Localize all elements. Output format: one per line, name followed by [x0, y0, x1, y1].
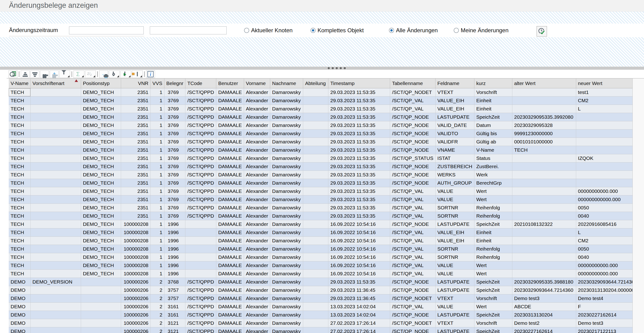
- radio-meine-änderungen[interactable]: Meine Änderungen: [454, 24, 508, 37]
- table-cell[interactable]: /SCT/QP_NODE: [390, 286, 435, 294]
- table-cell[interactable]: 1996: [164, 228, 186, 237]
- print-button[interactable]: [99, 70, 108, 78]
- table-cell[interactable]: DAMAALE: [216, 286, 244, 294]
- table-cell[interactable]: 1: [150, 121, 164, 130]
- table-cell[interactable]: 1: [150, 245, 164, 253]
- table-cell[interactable]: [303, 179, 328, 187]
- table-cell[interactable]: SORTNR: [435, 204, 474, 212]
- table-cell[interactable]: [512, 105, 576, 113]
- table-cell[interactable]: /SCT/QP_VAL: [390, 204, 435, 212]
- table-cell[interactable]: [303, 262, 328, 270]
- table-cell[interactable]: [512, 171, 576, 179]
- table-cell[interactable]: [81, 327, 121, 333]
- table-cell[interactable]: [186, 245, 216, 253]
- table-cell[interactable]: 100000206: [121, 327, 150, 333]
- table-cell[interactable]: Alexander: [244, 179, 270, 187]
- table-cell[interactable]: [81, 311, 121, 319]
- table-cell[interactable]: 1: [150, 220, 164, 228]
- table-cell[interactable]: [30, 327, 81, 333]
- find-button[interactable]: [40, 70, 49, 78]
- table-cell[interactable]: /SCT/QPPD: [186, 146, 216, 154]
- table-cell[interactable]: 2351: [121, 162, 150, 171]
- table-cell[interactable]: Damarowsky: [270, 212, 303, 220]
- table-cell[interactable]: Damarowsky: [270, 220, 303, 228]
- table-cell[interactable]: 29.03.2023 11:36:45: [328, 286, 390, 294]
- table-cell[interactable]: 20230313130204: [512, 311, 576, 319]
- table-cell[interactable]: 16.09.2022 10:54:16: [328, 228, 390, 237]
- table-cell[interactable]: DAMAALE: [216, 88, 244, 96]
- horizontal-splitter[interactable]: [0, 67, 644, 70]
- table-cell[interactable]: Alexander: [244, 138, 270, 146]
- table-cell[interactable]: [30, 245, 81, 253]
- execute-button[interactable]: [536, 26, 547, 36]
- table-cell[interactable]: [303, 187, 328, 196]
- table-cell[interactable]: /SCT/QPPD: [186, 278, 216, 286]
- table-cell[interactable]: [30, 88, 81, 96]
- table-cell[interactable]: 2351: [121, 196, 150, 204]
- table-cell[interactable]: 29.03.2023 11:53:35: [328, 278, 390, 286]
- table-cell[interactable]: Alexander: [244, 130, 270, 138]
- table-cell[interactable]: DEMO: [9, 311, 30, 319]
- table-cell[interactable]: VTEXT: [435, 319, 474, 327]
- table-cell[interactable]: DEMO_TECH: [81, 212, 121, 220]
- table-cell[interactable]: 3769: [164, 96, 186, 105]
- table-cell[interactable]: TECH: [9, 212, 30, 220]
- table-cell[interactable]: SpeichZeit: [474, 286, 512, 294]
- table-cell[interactable]: [303, 204, 328, 212]
- print-preview-button[interactable]: [109, 70, 120, 78]
- table-cell[interactable]: 100000206: [121, 319, 150, 327]
- column-header-belegnr[interactable]: Belegnr: [164, 78, 186, 88]
- table-cell[interactable]: 1: [150, 204, 164, 212]
- table-cell[interactable]: [30, 146, 81, 154]
- table-cell[interactable]: Alexander: [244, 212, 270, 220]
- table-cell[interactable]: Damarowsky: [270, 228, 303, 237]
- table-cell[interactable]: Damarowsky: [270, 113, 303, 121]
- table-cell[interactable]: [303, 327, 328, 333]
- table-cell[interactable]: [30, 286, 81, 294]
- table-cell[interactable]: /SCT/QP_NODE: [390, 311, 435, 319]
- table-cell[interactable]: [512, 204, 576, 212]
- table-cell[interactable]: 2351: [121, 130, 150, 138]
- table-cell[interactable]: 1: [150, 130, 164, 138]
- table-cell[interactable]: Alexander: [244, 171, 270, 179]
- table-cell[interactable]: [303, 113, 328, 121]
- table-cell[interactable]: Damarowsky: [270, 88, 303, 96]
- table-cell[interactable]: 29.03.2023 11:53:35: [328, 187, 390, 196]
- table-cell[interactable]: [512, 245, 576, 253]
- table-cell[interactable]: DEMO_TECH: [81, 121, 121, 130]
- table-cell[interactable]: 1: [150, 237, 164, 245]
- table-cell[interactable]: DAMAALE: [216, 196, 244, 204]
- table-cell[interactable]: 2: [150, 311, 164, 319]
- table-cell[interactable]: [186, 228, 216, 237]
- table-cell[interactable]: [512, 262, 576, 270]
- table-cell[interactable]: VALIDTO: [435, 130, 474, 138]
- table-cell[interactable]: DAMAALE: [216, 162, 244, 171]
- table-cell[interactable]: Damarowsky: [270, 130, 303, 138]
- table-cell[interactable]: [303, 270, 328, 278]
- table-cell[interactable]: 1: [150, 253, 164, 262]
- table-cell[interactable]: DEMO_TECH: [81, 270, 121, 278]
- table-cell[interactable]: 29.03.2023 11:53:35: [328, 121, 390, 130]
- table-cell[interactable]: /SCT/QP_NODE: [390, 278, 435, 286]
- table-cell[interactable]: DAMAALE: [216, 270, 244, 278]
- table-cell[interactable]: DEMO_TECH: [81, 179, 121, 187]
- table-cell[interactable]: 3769: [164, 212, 186, 220]
- table-cell[interactable]: Alexander: [244, 196, 270, 204]
- table-cell[interactable]: [303, 228, 328, 237]
- table-cell[interactable]: 16.09.2022 10:54:16: [328, 245, 390, 253]
- find-next-button[interactable]: +: [50, 70, 59, 78]
- table-cell[interactable]: TECH: [9, 253, 30, 262]
- table-cell[interactable]: 29.03.2023 11:36:45: [328, 294, 390, 302]
- table-cell[interactable]: Damarowsky: [270, 187, 303, 196]
- table-cell[interactable]: 29.03.2023 11:53:35: [328, 162, 390, 171]
- table-cell[interactable]: TECH: [9, 187, 30, 196]
- table-cell[interactable]: /SCT/QP_NODET: [390, 88, 435, 96]
- table-cell[interactable]: Demo test3: [512, 294, 576, 302]
- table-cell[interactable]: VNAME: [435, 146, 474, 154]
- table-cell[interactable]: [30, 253, 81, 262]
- column-header-benutzer[interactable]: Benutzer: [216, 78, 244, 88]
- table-cell[interactable]: Vorschrift: [474, 294, 512, 302]
- table-cell[interactable]: DEMO_TECH: [81, 204, 121, 212]
- table-cell[interactable]: DAMAALE: [216, 130, 244, 138]
- table-cell[interactable]: DAMAALE: [216, 278, 244, 286]
